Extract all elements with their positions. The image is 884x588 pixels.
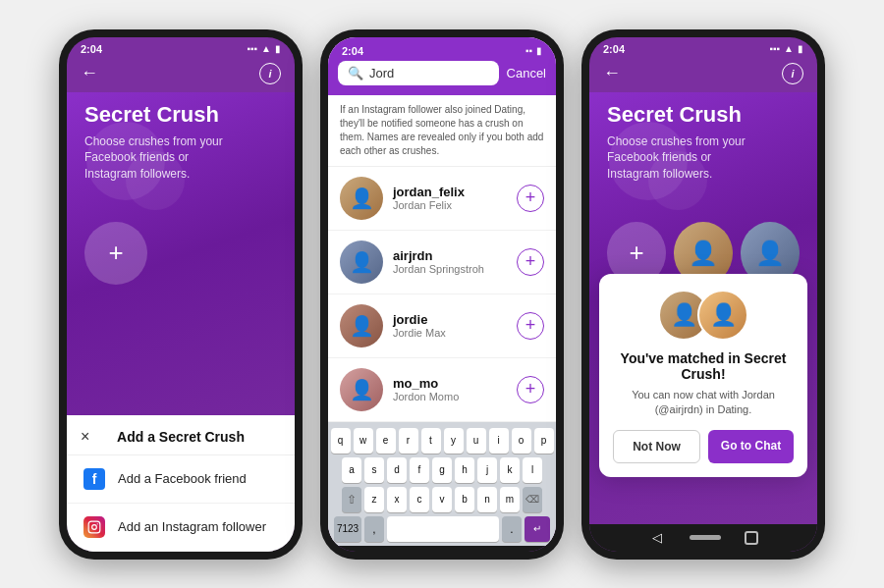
back-nav-3[interactable]: ◁ (648, 529, 666, 547)
svg-point-2 (97, 523, 98, 524)
phone-1: 2:04 ▪▪▪ ▲ ▮ ← i Secret Crush Choose cru… (59, 29, 303, 560)
add-crush-button-1[interactable]: + (84, 222, 147, 285)
key-backspace[interactable]: ⌫ (523, 487, 542, 512)
not-now-button[interactable]: Not Now (613, 430, 700, 463)
bottom-sheet-title: Add a Secret Crush (117, 429, 245, 445)
search-input-container[interactable]: 🔍 Jord (338, 61, 499, 85)
key-e[interactable]: e (376, 428, 396, 454)
back-arrow-1[interactable]: ← (81, 63, 98, 83)
key-y[interactable]: y (444, 428, 464, 454)
key-k[interactable]: k (500, 457, 520, 483)
crush-circles-1: + (84, 222, 277, 285)
signal-icon-3: ▪▪▪ (769, 43, 780, 54)
key-f[interactable]: f (410, 457, 429, 483)
key-j[interactable]: j (477, 457, 497, 483)
back-arrow-3[interactable]: ← (603, 63, 621, 83)
kb-row-2: a s d f g h j k l (332, 457, 552, 483)
list-item[interactable]: 👤 jordie Jordie Max + (328, 294, 556, 358)
key-numbers[interactable]: 7123 (334, 516, 361, 542)
key-m[interactable]: m (500, 487, 520, 512)
list-item[interactable]: 👤 jordan_felix Jordan Felix + (328, 167, 556, 231)
status-time-1: 2:04 (81, 43, 102, 55)
key-comma[interactable]: , (364, 516, 384, 542)
add-instagram-follower-item[interactable]: Add an Instagram follower (67, 504, 295, 552)
phone-3: 2:04 ▪▪▪ ▲ ▮ ← i Secret Crush Choose cru… (581, 29, 825, 560)
result-info-2: jordie Jordie Max (393, 312, 507, 339)
key-r[interactable]: r (399, 428, 418, 454)
avatar-mo-mo: 👤 (340, 368, 383, 411)
status-bar-3: 2:04 ▪▪▪ ▲ ▮ (589, 37, 817, 59)
top-nav-3: ← i (589, 59, 817, 92)
key-p[interactable]: p (534, 428, 554, 454)
search-cancel-button[interactable]: Cancel (507, 66, 546, 80)
key-s[interactable]: s (364, 457, 384, 483)
home-bar-3: ◁ (589, 524, 817, 552)
result-info-3: mo_mo Jordon Momo (393, 376, 507, 402)
instagram-icon-container (83, 515, 106, 539)
facebook-icon: f (83, 468, 105, 490)
signal-icon-2: ▪▪ (525, 45, 532, 56)
crush-subtitle-1: Choose crushes from your Facebook friend… (84, 134, 242, 183)
status-icons-3: ▪▪▪ ▲ ▮ (769, 43, 803, 54)
avatar-jordan-felix: 👤 (340, 177, 383, 220)
add-facebook-friend-item[interactable]: f Add a Facebook friend (67, 455, 295, 504)
match-avatars: 👤 👤 (613, 290, 794, 341)
key-h[interactable]: h (455, 457, 474, 483)
key-x[interactable]: x (387, 487, 407, 512)
add-btn-3[interactable]: + (517, 376, 544, 403)
match-description: You can now chat with Jordan (@airjrdn) … (613, 388, 794, 418)
fullname-1: Jordan Springstroh (393, 263, 507, 275)
key-t[interactable]: t (421, 428, 441, 454)
key-b[interactable]: b (455, 487, 474, 512)
add-btn-0[interactable]: + (517, 185, 544, 212)
status-icons-2: ▪▪ ▮ (525, 45, 542, 57)
key-space[interactable] (387, 516, 499, 542)
facebook-icon-container: f (83, 467, 106, 491)
key-u[interactable]: u (467, 428, 486, 454)
key-shift[interactable]: ⇧ (342, 487, 361, 512)
key-g[interactable]: g (432, 457, 452, 483)
go-to-chat-button[interactable]: Go to Chat (708, 430, 794, 463)
add-instagram-label: Add an Instagram follower (118, 519, 266, 534)
list-item[interactable]: 👤 mo_mo Jordon Momo + (328, 358, 556, 422)
key-c[interactable]: c (410, 487, 429, 512)
kb-row-1: q w e r t y u i o p (332, 428, 552, 454)
status-time-2: 2:04 (342, 45, 363, 57)
key-q[interactable]: q (331, 428, 351, 454)
key-v[interactable]: v (432, 487, 452, 512)
home-pill-3[interactable] (690, 535, 721, 540)
battery-icon-3: ▮ (798, 43, 803, 54)
key-o[interactable]: o (512, 428, 531, 454)
info-button-3[interactable]: i (782, 63, 803, 84)
list-item[interactable]: 👤 airjrdn Jordan Springstroh + (328, 231, 556, 294)
avatar-jordie: 👤 (340, 304, 383, 347)
phone-2: 2:04 ▪▪ ▮ 🔍 Jord Cancel If an Instagram … (320, 29, 564, 560)
key-a[interactable]: a (342, 457, 361, 483)
avatar-airjrdn: 👤 (340, 241, 383, 284)
key-l[interactable]: l (523, 457, 542, 483)
key-d[interactable]: d (387, 457, 407, 483)
key-w[interactable]: w (354, 428, 373, 454)
add-btn-1[interactable]: + (517, 248, 544, 276)
status-icons-1: ▪▪▪ ▲ ▮ (247, 43, 281, 54)
status-time-3: 2:04 (603, 43, 625, 55)
bottom-sheet-header: × Add a Secret Crush (67, 415, 295, 455)
add-facebook-label: Add a Facebook friend (118, 471, 247, 486)
close-bottom-sheet[interactable]: × (81, 428, 89, 446)
key-period[interactable]: . (502, 516, 522, 542)
key-enter[interactable]: ↵ (525, 516, 550, 542)
info-button-1[interactable]: i (259, 63, 281, 84)
crush-title-3: Secret Crush (607, 102, 800, 128)
keyboard: q w e r t y u i o p a s d f g h (328, 422, 556, 546)
search-bar-row: 🔍 Jord Cancel (338, 61, 546, 85)
fullname-2: Jordie Max (393, 327, 507, 339)
wifi-icon: ▲ (261, 43, 271, 54)
key-z[interactable]: z (364, 487, 384, 512)
add-btn-2[interactable]: + (517, 312, 544, 340)
wifi-icon-3: ▲ (784, 43, 794, 54)
key-n[interactable]: n (477, 487, 497, 512)
key-i[interactable]: i (489, 428, 509, 454)
recents-nav-3[interactable] (745, 531, 758, 545)
crush-screen-3: Secret Crush Choose crushes from your Fa… (589, 92, 817, 524)
back-nav-2[interactable]: ◁ (387, 550, 405, 552)
